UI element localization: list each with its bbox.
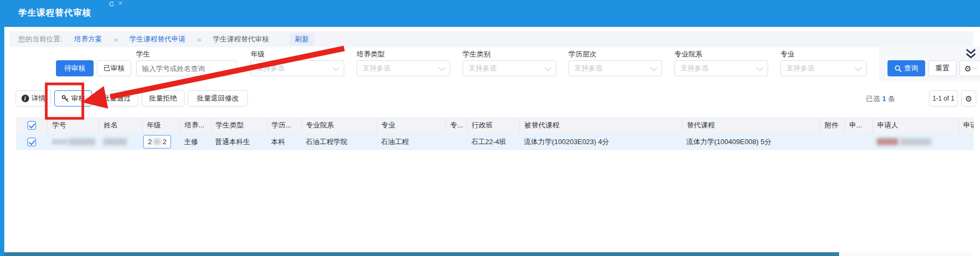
detail-button[interactable]: i 详情 <box>16 90 51 106</box>
filter-settings-button[interactable]: ⚙ <box>960 60 980 76</box>
edu-level-filter-label: 学历层次 <box>569 49 596 59</box>
grade-select[interactable]: 支持多选 <box>251 60 344 76</box>
col-apply-misc[interactable]: 申... <box>844 117 872 133</box>
major-filter-label: 专业 <box>780 49 794 59</box>
batch-return-button[interactable]: 批量退回修改 <box>188 90 248 106</box>
refresh-button[interactable]: 刷新 <box>289 33 314 46</box>
chevron-down-icon <box>544 64 551 71</box>
chevron-down-icon <box>972 65 977 69</box>
cell-apply-misc <box>844 133 872 150</box>
col-student-id[interactable]: 学号 <box>47 117 99 133</box>
table-settings-button[interactable]: ⚙ <box>961 90 976 106</box>
key-icon <box>61 95 69 102</box>
page-title: 学生课程替代审核 <box>18 8 91 19</box>
collapse-filters-icon[interactable] <box>965 48 977 61</box>
gear-icon: ⚙ <box>964 65 971 73</box>
tab-close-icon[interactable]: × <box>118 0 123 6</box>
redacted-name <box>103 138 127 145</box>
app-window: 学生课程替代审核 × 您的当前位置: 培养方案 » 学生课程替代申请 » 学生课… <box>0 0 980 256</box>
breadcrumb-separator: » <box>197 35 201 44</box>
cell-replaced-course: 流体力学(100203E023) 4分 <box>520 133 682 150</box>
pagination-info[interactable]: 1-1 of 1 <box>929 90 958 106</box>
selected-count: 1 <box>882 95 886 103</box>
col-department[interactable]: 专业院系 <box>301 117 377 133</box>
cell-applicant <box>872 133 958 150</box>
horizontal-scrollbar-thumb[interactable] <box>4 252 839 256</box>
breadcrumb-item-current: 学生课程替代审核 <box>213 34 269 44</box>
gear-icon: ⚙ <box>965 95 972 103</box>
cell-apply-time <box>958 133 974 150</box>
tab-reviewed[interactable]: 已审核 <box>97 60 131 76</box>
left-edge-strip <box>0 27 4 256</box>
cell-edu-level: 本科 <box>267 133 301 150</box>
cell-major-direction <box>445 133 467 150</box>
cell-cultivate-type: 主修 <box>180 133 211 150</box>
table-row[interactable]: 2020 22 主修 普通本科生 本科 石油工程学院 石油工程 石工22-4班 … <box>16 133 974 150</box>
grade-edit-cell[interactable]: 22 <box>143 135 171 148</box>
student-category-filter-label: 学生类别 <box>463 49 491 59</box>
department-filter-label: 专业院系 <box>674 49 702 59</box>
title-bar <box>0 0 980 27</box>
cell-substitute-course: 流体力学(100409E008) 5分 <box>682 133 820 150</box>
info-icon: i <box>22 95 29 102</box>
col-name[interactable]: 姓名 <box>99 117 142 133</box>
breadcrumb: 您的当前位置: 培养方案 » 学生课程替代申请 » 学生课程替代审核 刷新 <box>10 31 974 47</box>
cell-name <box>99 133 142 150</box>
chevron-down-icon <box>650 64 657 71</box>
cell-admin-class: 石工22-4班 <box>467 133 520 150</box>
batch-reject-button[interactable]: 批量拒绝 <box>141 90 184 106</box>
cell-student-type: 普通本科生 <box>211 133 267 150</box>
major-select[interactable]: 支持多选 <box>780 60 867 76</box>
col-edu-level[interactable]: 学历... <box>267 117 301 133</box>
col-cultivate-type[interactable]: 培养... <box>180 117 211 133</box>
grade-filter-label: 年级 <box>251 49 265 59</box>
cell-attachment <box>820 133 844 150</box>
col-substitute-course[interactable]: 替代课程 <box>682 117 820 133</box>
col-applicant[interactable]: 申请人 <box>872 117 958 133</box>
col-major[interactable]: 专业 <box>377 117 445 133</box>
cell-student-id: 2020 <box>47 133 99 150</box>
cultivate-type-select[interactable]: 支持多选 <box>357 60 450 76</box>
search-button[interactable]: 查询 <box>887 60 925 76</box>
reset-button[interactable]: 重置 <box>928 60 956 76</box>
tab-pending-review[interactable]: 待审核 <box>56 60 94 76</box>
department-select[interactable]: 支持多选 <box>674 60 768 76</box>
redacted-student-id <box>68 138 95 145</box>
col-attachment[interactable]: 附件 <box>820 117 844 133</box>
cell-major: 石油工程 <box>377 133 445 150</box>
breadcrumb-item-substitution-apply[interactable]: 学生课程替代申请 <box>130 34 186 44</box>
student-category-select[interactable]: 支持多选 <box>463 60 556 76</box>
review-button[interactable]: 审核 <box>54 90 92 106</box>
selected-count-text: 已选1条 <box>866 94 895 104</box>
edu-level-select[interactable]: 支持多选 <box>569 60 662 76</box>
breadcrumb-prefix: 您的当前位置: <box>18 34 62 44</box>
breadcrumb-separator: » <box>114 35 118 44</box>
col-student-type[interactable]: 学生类型 <box>211 117 267 133</box>
col-major-direction[interactable]: 专... <box>445 117 467 133</box>
breadcrumb-item-training-plan[interactable]: 培养方案 <box>74 34 102 44</box>
student-filter-label: 学生 <box>136 49 150 59</box>
redacted-applicant-id <box>900 138 931 145</box>
cell-grade: 22 <box>142 133 180 150</box>
redacted-applicant <box>877 138 898 145</box>
chevron-down-icon <box>332 64 339 71</box>
batch-approve-button[interactable]: 批量通过 <box>95 90 138 106</box>
redacted-grade <box>153 139 161 145</box>
col-admin-class[interactable]: 行政班 <box>467 117 520 133</box>
col-replaced-course[interactable]: 被替代课程 <box>520 117 682 133</box>
chevron-down-icon <box>756 64 763 71</box>
table-header: 学号 姓名 年级 培养... 学生类型 学历... 专业院系 专业 专... 行… <box>16 117 974 133</box>
col-apply-time[interactable]: 申请 <box>958 117 974 133</box>
select-all-checkbox[interactable] <box>27 121 36 130</box>
cell-department: 石油工程学院 <box>301 133 377 150</box>
col-grade[interactable]: 年级 <box>142 117 180 133</box>
tab-refresh-icon[interactable] <box>109 1 115 8</box>
cultivate-type-filter-label: 培养类型 <box>357 49 385 59</box>
chevron-down-icon <box>438 64 445 71</box>
chevron-down-icon <box>855 64 862 71</box>
row-checkbox[interactable] <box>27 138 36 146</box>
search-icon <box>894 65 901 72</box>
student-search-input[interactable] <box>136 60 237 76</box>
